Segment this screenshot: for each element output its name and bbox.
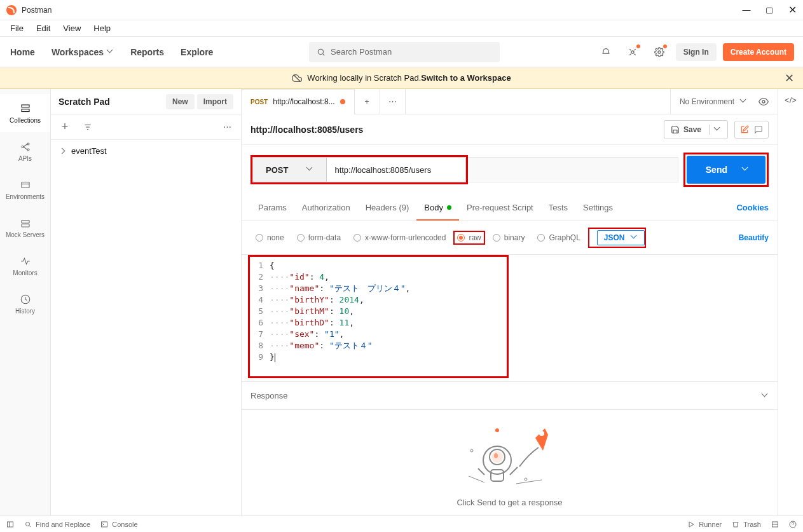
layout-icon[interactable]	[771, 521, 779, 528]
tab-params[interactable]: Params	[251, 196, 294, 219]
edit-icon[interactable]	[740, 125, 749, 134]
top-nav: Home Workspaces Reports Explore	[10, 47, 213, 57]
tab-headers[interactable]: Headers (9)	[358, 196, 417, 219]
add-icon[interactable]: +	[56, 118, 74, 136]
tab-label: http://localhost:8...	[273, 97, 334, 106]
content-type-select[interactable]: JSON	[597, 230, 645, 245]
svg-rect-14	[22, 220, 29, 223]
dock-monitors[interactable]: Monitors	[0, 247, 50, 285]
trash[interactable]: Trash	[732, 521, 761, 528]
svg-line-4	[294, 74, 301, 81]
save-button[interactable]: Save	[664, 120, 728, 139]
svg-point-0	[318, 49, 323, 54]
eye-icon[interactable]	[758, 97, 769, 107]
side-panel: Scratch Pad New Import + ⋯ eventTest	[51, 89, 242, 515]
main-panel: POST http://localhost:8... + ⋯ No Enviro…	[242, 89, 778, 515]
nav-workspaces[interactable]: Workspaces	[51, 47, 114, 57]
settings-icon[interactable]	[649, 42, 669, 62]
more-icon[interactable]: ⋯	[218, 118, 236, 136]
svg-line-27	[510, 467, 518, 475]
comment-icon[interactable]	[754, 125, 763, 134]
sidebar-toggle-icon[interactable]	[6, 521, 14, 528]
maximize-icon[interactable]: ▢	[765, 5, 774, 15]
request-name: http://localhost:8085/users	[251, 125, 363, 135]
svg-point-30	[470, 449, 473, 452]
sync-icon[interactable]	[596, 42, 616, 62]
method-select[interactable]: POST	[252, 157, 326, 182]
tab-prerequest[interactable]: Pre-request Script	[459, 196, 541, 219]
svg-rect-15	[22, 224, 29, 227]
body-active-dot-icon	[447, 205, 451, 210]
banner-link[interactable]: Switch to a Workspace	[421, 73, 511, 83]
dock-collections[interactable]: Collections	[0, 94, 50, 132]
svg-point-9	[27, 149, 29, 151]
bodytype-binary[interactable]: binary	[488, 231, 530, 245]
signin-button[interactable]: Sign In	[676, 43, 717, 61]
code-content[interactable]: { ····"id": 4, ····"name": "テスト プリン４", ·…	[270, 259, 769, 378]
nav-home[interactable]: Home	[10, 47, 35, 57]
console[interactable]: Console	[100, 521, 137, 528]
menu-help[interactable]: Help	[88, 22, 116, 35]
svg-point-8	[27, 143, 29, 145]
tab-settings[interactable]: Settings	[575, 196, 621, 219]
svg-line-32	[469, 476, 484, 482]
beautify-link[interactable]: Beautify	[739, 233, 769, 242]
filter-icon[interactable]	[79, 118, 97, 136]
collection-item[interactable]: eventTest	[51, 140, 241, 162]
chevron-down-icon	[107, 49, 114, 55]
tab-options-icon[interactable]: ⋯	[380, 89, 406, 114]
cookies-link[interactable]: Cookies	[736, 203, 769, 212]
environment-label: No Environment	[680, 97, 734, 106]
tab-tests[interactable]: Tests	[541, 196, 575, 219]
menu-file[interactable]: File	[5, 22, 29, 35]
tab-body[interactable]: Body	[416, 196, 459, 221]
create-account-button[interactable]: Create Account	[723, 43, 794, 61]
send-button[interactable]: Send	[687, 156, 765, 184]
code-icon[interactable]: </>	[785, 95, 797, 105]
svg-point-31	[525, 478, 527, 481]
dock-history[interactable]: History	[0, 285, 50, 323]
titlebar: Postman ― ▢ ✕	[0, 0, 803, 20]
svg-rect-25	[491, 470, 504, 481]
satellite-icon[interactable]	[622, 42, 643, 62]
menu-view[interactable]: View	[58, 22, 86, 35]
minimize-icon[interactable]: ―	[742, 5, 751, 15]
environment-selector[interactable]: No Environment	[670, 89, 778, 114]
dock-environments[interactable]: Environments	[0, 170, 50, 208]
new-button[interactable]: New	[166, 94, 195, 109]
topbar: Home Workspaces Reports Explore Search P…	[0, 37, 803, 67]
help-icon[interactable]	[789, 521, 797, 528]
request-tab[interactable]: POST http://localhost:8...	[242, 89, 355, 114]
menu-edit[interactable]: Edit	[31, 22, 55, 35]
bodytype-xwww[interactable]: x-www-form-urlencoded	[348, 231, 451, 245]
tab-authorization[interactable]: Authorization	[294, 196, 358, 219]
dock-apis[interactable]: APIs	[0, 132, 50, 170]
bodytype-graphql[interactable]: GraphQL	[532, 231, 585, 245]
response-header[interactable]: Response	[242, 382, 778, 410]
search-icon	[317, 48, 326, 57]
svg-rect-12	[22, 182, 29, 188]
nav-explore[interactable]: Explore	[181, 47, 213, 57]
banner-close-icon[interactable]: ✕	[785, 71, 794, 85]
svg-point-24	[494, 453, 498, 458]
side-panel-header: Scratch Pad New Import	[51, 89, 241, 114]
bodytype-none[interactable]: none	[251, 231, 289, 245]
nav-reports[interactable]: Reports	[130, 47, 164, 57]
request-line: POST http://localhost:8085/users Send	[242, 145, 778, 194]
window-title: Postman	[22, 6, 51, 15]
bodytype-raw[interactable]: raw	[453, 231, 484, 245]
bodytype-formdata[interactable]: form-data	[292, 231, 346, 245]
svg-line-10	[24, 144, 27, 147]
left-dock: Collections APIs Environments Mock Serve…	[0, 89, 51, 515]
svg-line-26	[478, 468, 484, 475]
dock-mock-servers[interactable]: Mock Servers	[0, 208, 50, 247]
url-rest[interactable]	[468, 157, 678, 182]
new-tab-button[interactable]: +	[355, 89, 380, 114]
close-icon[interactable]: ✕	[788, 4, 797, 16]
search-input[interactable]: Search Postman	[309, 42, 500, 62]
import-button[interactable]: Import	[197, 94, 233, 109]
body-editor[interactable]: 123456789 { ····"id": 4, ····"name": "テス…	[242, 255, 778, 382]
runner[interactable]: Runner	[687, 521, 722, 528]
find-replace[interactable]: Find and Replace	[24, 521, 90, 528]
url-input[interactable]: http://localhost:8085/users	[326, 157, 466, 182]
